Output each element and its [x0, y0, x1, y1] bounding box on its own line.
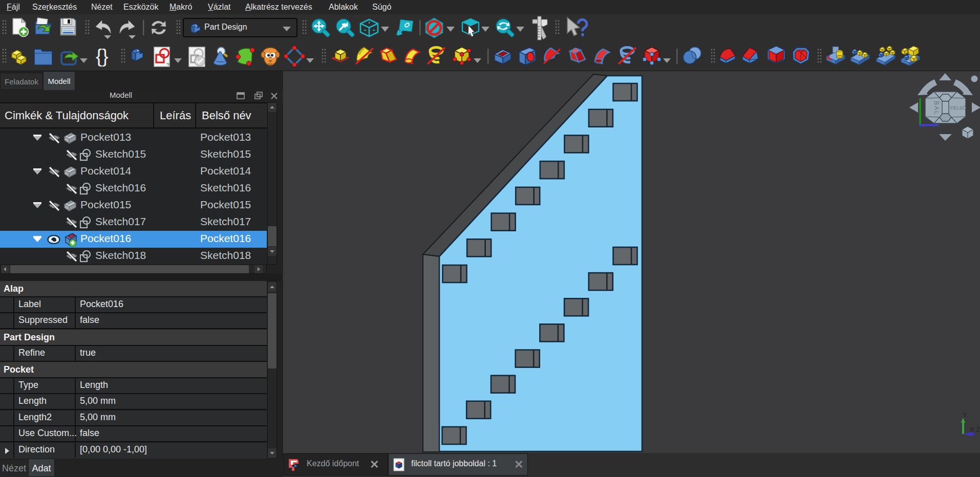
- svg-text:Y: Y: [963, 411, 967, 419]
- svg-text:{}: {}: [96, 46, 109, 67]
- svg-text:BAL: BAL: [933, 101, 940, 116]
- svg-text:X Z: X Z: [970, 426, 980, 433]
- svg-text:FELSŐ: FELSŐ: [950, 105, 966, 111]
